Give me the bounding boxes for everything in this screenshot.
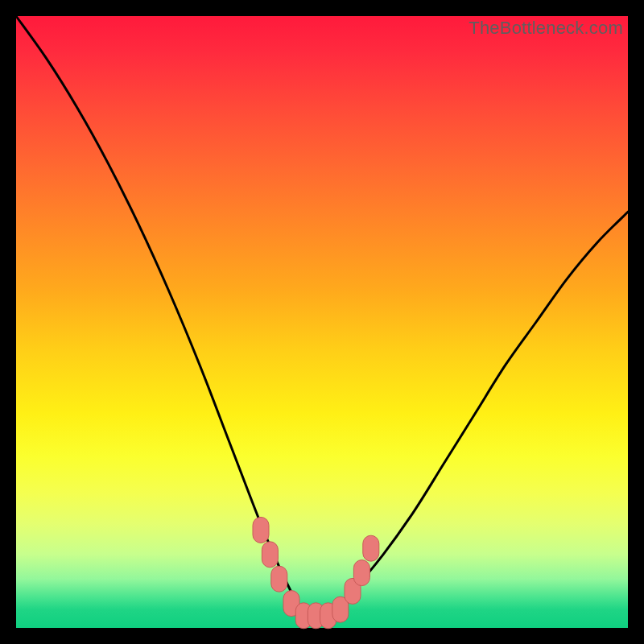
plot-area: TheBottleneck.com xyxy=(16,16,628,628)
marker xyxy=(253,517,269,543)
marker xyxy=(363,535,379,561)
marker xyxy=(262,542,278,568)
highlight-markers xyxy=(253,517,379,628)
chart-stage: TheBottleneck.com xyxy=(0,0,644,644)
marker xyxy=(353,560,369,586)
marker xyxy=(271,566,287,592)
curve-svg xyxy=(16,16,628,628)
bottleneck-curve xyxy=(16,16,628,617)
